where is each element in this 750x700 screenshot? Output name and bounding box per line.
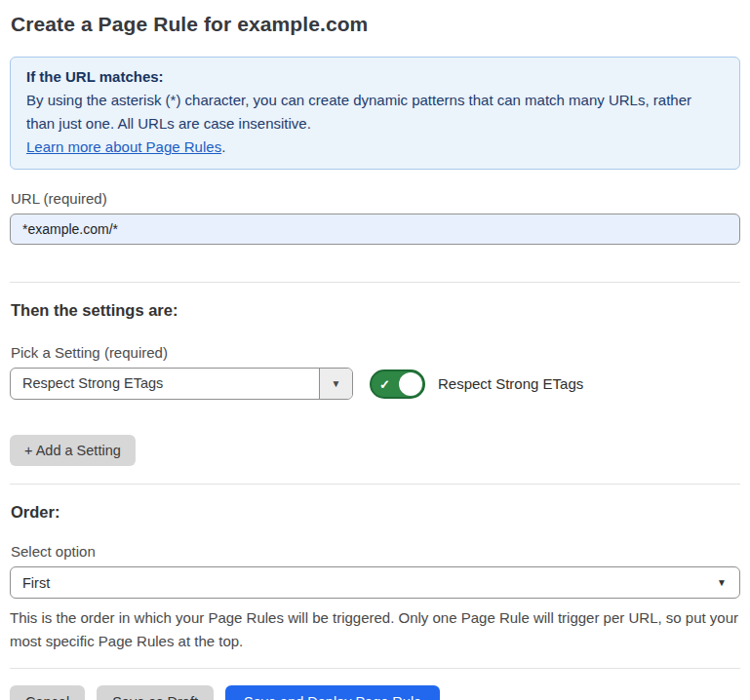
- toggle-label: Respect Strong ETags: [438, 375, 583, 392]
- url-match-description: By using the asterisk (*) character, you…: [26, 89, 724, 136]
- order-help-text: This is the order in which your Page Rul…: [10, 606, 740, 653]
- order-select[interactable]: First ▼: [10, 566, 740, 599]
- order-heading: Order:: [11, 503, 740, 522]
- add-setting-button[interactable]: + Add a Setting: [10, 435, 136, 466]
- setting-dropdown[interactable]: Respect Strong ETags ▼: [10, 368, 353, 400]
- cancel-button[interactable]: Cancel: [10, 685, 85, 700]
- settings-heading: Then the settings are:: [11, 301, 740, 320]
- link-suffix: .: [221, 138, 225, 155]
- url-match-heading: If the URL matches:: [26, 65, 724, 89]
- save-draft-button[interactable]: Save as Draft: [97, 685, 214, 700]
- setting-dropdown-value: Respect Strong ETags: [11, 369, 319, 399]
- setting-row: Respect Strong ETags ▼ ✓ Respect Strong …: [10, 368, 740, 400]
- setting-dropdown-caret-button[interactable]: ▼: [319, 369, 352, 399]
- save-deploy-button[interactable]: Save and Deploy Page Rule: [225, 685, 440, 700]
- url-match-info-box: If the URL matches: By using the asteris…: [10, 57, 740, 170]
- divider: [10, 484, 740, 485]
- divider: [10, 282, 740, 283]
- divider: [10, 668, 740, 669]
- url-input[interactable]: [10, 214, 740, 245]
- select-option-label: Select option: [11, 543, 740, 560]
- learn-more-link[interactable]: Learn more about Page Rules: [26, 138, 221, 155]
- toggle-knob: [399, 372, 422, 396]
- chevron-down-icon: ▼: [717, 578, 727, 588]
- etags-toggle-group: ✓ Respect Strong ETags: [370, 369, 583, 399]
- page-title: Create a Page Rule for example.com: [11, 13, 740, 36]
- pick-setting-label: Pick a Setting (required): [11, 344, 740, 361]
- etags-toggle[interactable]: ✓: [370, 369, 425, 399]
- check-icon: ✓: [379, 376, 390, 391]
- order-select-value: First: [11, 575, 717, 591]
- footer-buttons: Cancel Save as Draft Save and Deploy Pag…: [10, 685, 740, 700]
- learn-more-row: Learn more about Page Rules.: [26, 136, 724, 159]
- chevron-down-icon: ▼: [332, 379, 341, 389]
- url-label: URL (required): [11, 190, 740, 207]
- page-rule-form: Create a Page Rule for example.com If th…: [0, 0, 750, 700]
